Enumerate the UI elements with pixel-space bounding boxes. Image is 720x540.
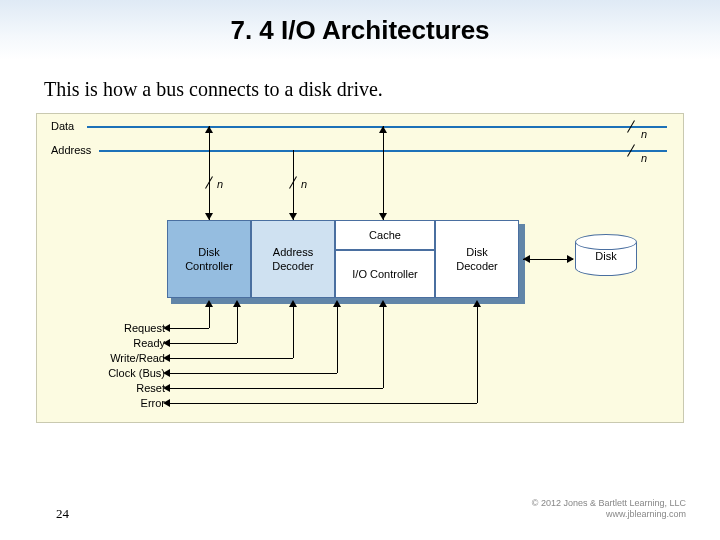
arrow-left-icon xyxy=(163,384,170,392)
cache-box: Cache xyxy=(335,220,435,250)
signal-label: Ready xyxy=(37,337,165,349)
signal-riser xyxy=(209,304,210,328)
arrow-up-icon xyxy=(379,300,387,307)
arrow-up-icon xyxy=(333,300,341,307)
signal-riser xyxy=(337,304,338,373)
address-bus-width-n: n xyxy=(641,152,647,164)
disk-connector xyxy=(523,259,573,260)
address-bus-label: Address xyxy=(51,144,91,156)
controller-row: Disk Controller Address Decoder Cache I/… xyxy=(167,220,519,298)
signal-label: Error xyxy=(37,397,165,409)
row-shadow-bottom xyxy=(171,298,523,304)
tap-data-to-io xyxy=(383,126,384,220)
data-bus-label: Data xyxy=(51,120,74,132)
address-decoder-box: Address Decoder xyxy=(251,220,335,298)
signal-riser xyxy=(477,304,478,403)
arrow-down-icon xyxy=(379,213,387,220)
signal-line xyxy=(169,358,293,359)
disk-decoder-box: Disk Decoder xyxy=(435,220,519,298)
tap-addrdec-n: n xyxy=(301,178,307,190)
tap-data-to-diskctrl xyxy=(209,126,210,220)
arrow-left-icon xyxy=(163,324,170,332)
signal-label: Clock (Bus) xyxy=(37,367,165,379)
signal-label: Write/Read xyxy=(37,352,165,364)
disk-controller-box: Disk Controller xyxy=(167,220,251,298)
data-bus-width-slash xyxy=(625,120,637,132)
arrow-down-icon xyxy=(205,213,213,220)
signal-riser xyxy=(293,304,294,358)
copyright-line2: www.jblearning.com xyxy=(532,509,686,520)
arrow-left-icon xyxy=(163,369,170,377)
arrow-left-icon xyxy=(163,399,170,407)
arrow-left-icon xyxy=(163,354,170,362)
arrow-left-icon xyxy=(523,255,530,263)
arrow-up-icon xyxy=(233,300,241,307)
arrow-up-icon xyxy=(289,300,297,307)
row-shadow-right xyxy=(519,224,525,304)
signal-label: Reset xyxy=(37,382,165,394)
tap-diskctrl-n: n xyxy=(217,178,223,190)
slide-title: 7. 4 I/O Architectures xyxy=(230,15,489,46)
copyright: © 2012 Jones & Bartlett Learning, LLC ww… xyxy=(532,498,686,520)
arrow-up-icon xyxy=(205,300,213,307)
tap-addrdec-slash xyxy=(287,176,299,188)
signal-label: Request xyxy=(37,322,165,334)
slide-header: 7. 4 I/O Architectures xyxy=(0,0,720,60)
tap-diskctrl-slash xyxy=(203,176,215,188)
copyright-line1: © 2012 Jones & Bartlett Learning, LLC xyxy=(532,498,686,509)
arrow-left-icon xyxy=(163,339,170,347)
slide-subtitle: This is how a bus connects to a disk dri… xyxy=(44,78,720,101)
signal-line xyxy=(169,403,477,404)
signal-riser xyxy=(383,304,384,388)
arrow-down-icon xyxy=(289,213,297,220)
arrow-up-icon xyxy=(379,126,387,133)
signal-line xyxy=(169,328,209,329)
page-number: 24 xyxy=(56,506,69,522)
io-controller-box: I/O Controller xyxy=(335,250,435,298)
arrow-right-icon xyxy=(567,255,574,263)
signal-riser xyxy=(237,304,238,343)
signal-line xyxy=(169,388,383,389)
data-bus-line xyxy=(87,126,667,128)
data-bus-width-n: n xyxy=(641,128,647,140)
disk-cylinder: Disk xyxy=(575,234,637,276)
diagram: Data Address n n n n Disk Controller Add… xyxy=(36,113,684,423)
disk-label: Disk xyxy=(575,250,637,262)
arrow-up-icon xyxy=(473,300,481,307)
signal-line xyxy=(169,373,337,374)
arrow-up-icon xyxy=(205,126,213,133)
signal-line xyxy=(169,343,237,344)
address-bus-width-slash xyxy=(625,144,637,156)
